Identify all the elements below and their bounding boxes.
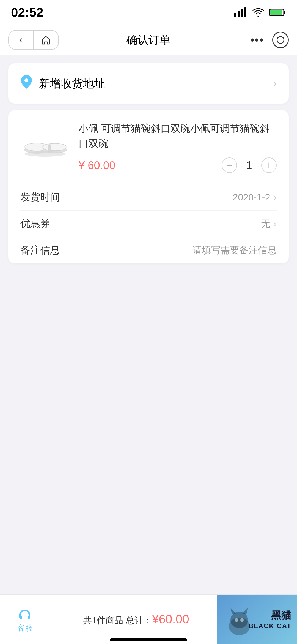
signal-icon <box>234 7 247 17</box>
svg-point-15 <box>230 612 248 628</box>
product-price: ¥ 60.00 <box>79 159 115 172</box>
product-price-row: ¥ 60.00 − 1 + <box>79 157 277 173</box>
location-icon <box>20 74 32 93</box>
bottom-spacer <box>0 270 297 325</box>
summary-text: 共1件商品 总计：¥60.00 <box>83 612 189 627</box>
brand-chinese: 黑猫 <box>249 609 292 622</box>
bottom-bar: 客服 共1件商品 总计：¥60.00 黑猫 BLACK CAT <box>0 594 297 644</box>
product-name: 小佩 可调节猫碗斜口双碗小佩可调节猫碗斜口双碗 <box>79 121 277 151</box>
home-button[interactable] <box>34 31 58 49</box>
notes-label: 备注信息 <box>20 244 60 257</box>
brand-english: BLACK CAT <box>249 622 292 630</box>
shipping-label: 发货时间 <box>20 191 60 204</box>
shipping-value: 2020-1-2 <box>233 192 270 203</box>
order-details: 发货时间 2020-1-2 › 优惠券 无 › 备注信息 请填写需要备注信息 <box>8 184 289 263</box>
product-image <box>20 122 70 172</box>
status-bar: 02:52 <box>0 0 297 25</box>
home-icon <box>41 35 51 45</box>
coupon-chevron-icon: › <box>274 218 277 229</box>
page-title: 确认订单 <box>127 32 170 47</box>
svg-point-7 <box>24 78 28 82</box>
more-button[interactable]: ••• <box>250 33 264 47</box>
service-section[interactable]: 客服 <box>0 606 50 633</box>
svg-rect-6 <box>270 10 282 15</box>
scan-icon <box>277 36 284 44</box>
coupon-value: 无 <box>261 218 270 230</box>
notes-value-group: 请填写需要备注信息 <box>193 244 277 257</box>
status-time: 02:52 <box>11 5 43 20</box>
nav-btn-group: ‹ <box>8 30 59 50</box>
brand-text: 黑猫 BLACK CAT <box>249 609 292 630</box>
nav-bar: ‹ 确认订单 ••• <box>0 25 297 55</box>
location-pin-icon <box>20 74 32 89</box>
content: 新增收货地址 › <box>0 55 297 263</box>
order-summary: 共1件商品 总计：¥60.00 <box>50 612 217 627</box>
summary-label: 共1件商品 总计： <box>83 615 152 625</box>
product-info: 小佩 可调节猫碗斜口双碗小佩可调节猫碗斜口双碗 ¥ 60.00 − 1 + <box>79 121 277 173</box>
product-row: 小佩 可调节猫碗斜口双碗小佩可调节猫碗斜口双碗 ¥ 60.00 − 1 + <box>8 121 289 184</box>
address-chevron-icon: › <box>273 77 277 90</box>
coupon-value-group: 无 › <box>261 218 277 230</box>
address-text: 新增收货地址 <box>39 76 105 91</box>
svg-marker-17 <box>242 608 248 614</box>
svg-rect-0 <box>234 13 237 17</box>
total-price: ¥60.00 <box>152 612 189 626</box>
nav-right: ••• <box>250 32 289 48</box>
svg-point-13 <box>24 151 66 157</box>
coupon-row[interactable]: 优惠券 无 › <box>20 211 277 237</box>
svg-point-19 <box>240 618 244 622</box>
order-card: 小佩 可调节猫碗斜口双碗小佩可调节猫碗斜口双碗 ¥ 60.00 − 1 + 发货… <box>8 110 289 263</box>
service-icon <box>18 608 31 621</box>
shipping-value-group: 2020-1-2 › <box>233 192 277 203</box>
nav-left: ‹ <box>8 30 59 50</box>
svg-rect-2 <box>241 9 243 17</box>
black-cat-logo: 黑猫 BLACK CAT <box>217 595 297 644</box>
address-card[interactable]: 新增收货地址 › <box>8 63 289 104</box>
status-icons <box>234 7 286 17</box>
decrease-qty-button[interactable]: − <box>222 157 237 173</box>
svg-point-18 <box>235 618 238 622</box>
wifi-icon <box>252 7 265 17</box>
quantity-control: − 1 + <box>222 157 277 173</box>
svg-rect-5 <box>284 11 285 14</box>
battery-icon <box>270 8 286 17</box>
svg-rect-1 <box>238 11 240 17</box>
svg-point-11 <box>43 143 67 151</box>
coupon-label: 优惠券 <box>20 217 50 230</box>
shipping-chevron-icon: › <box>274 192 277 203</box>
increase-qty-button[interactable]: + <box>261 157 277 173</box>
notes-placeholder: 请填写需要备注信息 <box>193 244 277 257</box>
product-thumbnail <box>22 129 68 165</box>
svg-rect-3 <box>244 7 246 17</box>
notes-row[interactable]: 备注信息 请填写需要备注信息 <box>20 237 277 263</box>
shipping-row[interactable]: 发货时间 2020-1-2 › <box>20 184 277 211</box>
scan-button[interactable] <box>272 32 289 48</box>
svg-marker-16 <box>230 608 237 614</box>
home-indicator <box>110 638 187 641</box>
service-label: 客服 <box>17 623 32 633</box>
quantity-value: 1 <box>244 159 255 171</box>
address-left: 新增收货地址 <box>20 74 105 93</box>
back-button[interactable]: ‹ <box>9 31 34 49</box>
